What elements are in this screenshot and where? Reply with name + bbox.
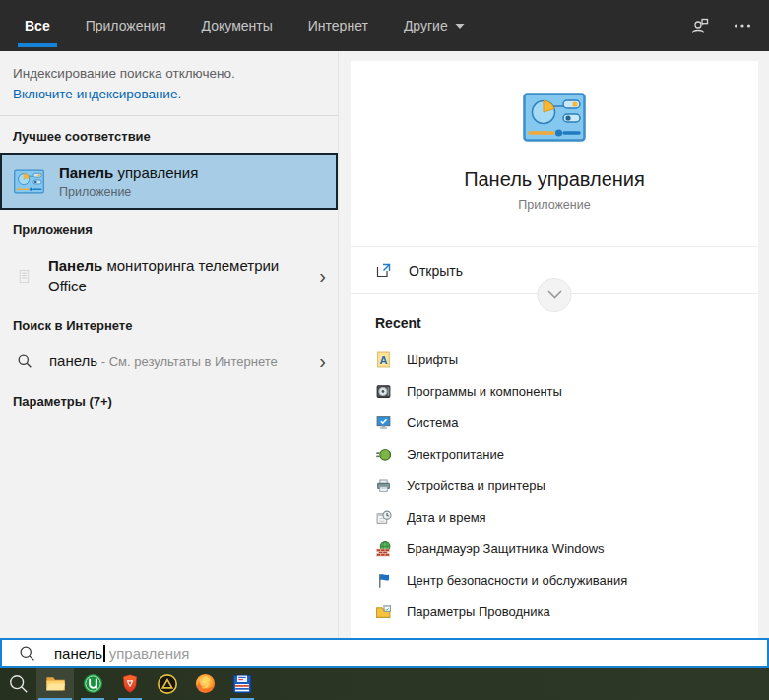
recent-item-fonts[interactable]: A Шрифты bbox=[375, 344, 758, 375]
devices-printers-icon bbox=[375, 477, 392, 494]
taskbar-file-explorer[interactable] bbox=[36, 668, 74, 700]
tab-apps-label: Приложения bbox=[86, 18, 166, 33]
explorer-options-icon bbox=[375, 604, 392, 620]
control-panel-icon-large bbox=[351, 93, 758, 142]
web-result-query: панель bbox=[49, 352, 97, 369]
web-result-text: панель - См. результаты в Интернете bbox=[49, 350, 278, 372]
web-result-hint: - См. результаты в Интернете bbox=[97, 354, 278, 369]
taskbar-utorrent[interactable] bbox=[74, 668, 111, 700]
recent-item-system[interactable]: Система bbox=[375, 407, 758, 438]
preview-app-title: Панель управления bbox=[351, 168, 758, 191]
tab-web[interactable]: Интернет bbox=[301, 0, 375, 51]
floppy-disk-icon bbox=[231, 673, 253, 695]
recent-item-devices-printers[interactable]: Устройства и принтеры bbox=[375, 470, 758, 501]
utorrent-icon bbox=[82, 672, 104, 695]
search-typed-text: панель bbox=[54, 645, 102, 662]
recent-section: Recent A Шрифты bbox=[351, 294, 758, 627]
settings-section-title: Параметры (7+) bbox=[0, 381, 338, 417]
divider-with-expander bbox=[351, 293, 758, 294]
taskbar-floppy-app[interactable] bbox=[224, 668, 261, 700]
ellipsis-menu-icon[interactable] bbox=[734, 23, 751, 29]
preview-hero: Панель управления Приложение bbox=[351, 61, 758, 212]
recent-item-label: Брандмауэр Защитника Windows bbox=[407, 541, 605, 556]
tab-more[interactable]: Другие bbox=[397, 0, 472, 51]
app-result-telemetry-dashboard[interactable]: Панель мониторинга телеметрии Office › bbox=[0, 246, 338, 305]
brave-shield-icon bbox=[119, 672, 141, 695]
recent-title: Recent bbox=[375, 315, 758, 331]
recent-item-label: Устройства и принтеры bbox=[407, 478, 545, 493]
search-inline-suggestion: управления bbox=[109, 645, 190, 662]
taskbar-triangle-app[interactable] bbox=[149, 668, 186, 700]
taskbar-search-button[interactable] bbox=[0, 668, 36, 700]
svg-text:A: A bbox=[379, 353, 387, 365]
expand-chevron-button[interactable] bbox=[538, 278, 572, 312]
best-match-text: Панель управления Приложение bbox=[59, 163, 198, 199]
search-icon bbox=[17, 353, 32, 369]
chevron-down-icon bbox=[455, 23, 465, 30]
search-icon bbox=[19, 645, 35, 662]
preview-card: Панель управления Приложение Открыть bbox=[351, 61, 758, 638]
recent-item-programs[interactable]: Программы и компоненты bbox=[375, 375, 758, 407]
best-match-title: Панель управления bbox=[59, 163, 198, 182]
triangle-badge-icon bbox=[157, 673, 178, 695]
firefox-icon bbox=[194, 672, 217, 695]
enable-indexing-link[interactable]: Включите индексирование. bbox=[13, 84, 324, 104]
search-input[interactable]: панель управления bbox=[0, 638, 769, 668]
tab-web-label: Интернет bbox=[308, 18, 368, 33]
recent-item-label: Электропитание bbox=[407, 447, 504, 462]
results-left-panel: Индексирование поиска отключено. Включит… bbox=[0, 51, 339, 638]
recent-list: A Шрифты bbox=[375, 344, 758, 627]
recent-item-label: Параметры Проводника bbox=[407, 605, 550, 619]
security-flag-icon bbox=[375, 572, 392, 589]
search-results-body: Индексирование поиска отключено. Включит… bbox=[0, 51, 769, 638]
feedback-person-icon[interactable] bbox=[690, 16, 710, 35]
results-preview-panel: Панель управления Приложение Открыть bbox=[339, 51, 769, 638]
chevron-right-icon[interactable]: › bbox=[319, 266, 326, 286]
open-external-icon bbox=[375, 262, 392, 279]
tab-apps[interactable]: Приложения bbox=[79, 0, 173, 51]
indexing-notice-text: Индексирование поиска отключено. bbox=[13, 63, 324, 84]
tab-all-label: Все bbox=[25, 18, 50, 33]
preview-app-type: Приложение bbox=[351, 198, 758, 212]
recent-item-label: Шрифты bbox=[407, 352, 458, 367]
date-time-icon bbox=[375, 509, 392, 526]
search-text: панель управления bbox=[54, 645, 189, 662]
tab-documents-label: Документы bbox=[202, 18, 273, 33]
taskbar-firefox[interactable] bbox=[186, 668, 224, 700]
power-icon bbox=[375, 446, 392, 463]
best-match-result-control-panel[interactable]: Панель управления Приложение bbox=[0, 153, 338, 210]
recent-item-firewall[interactable]: Брандмауэр Защитника Windows bbox=[375, 533, 758, 564]
indexing-notice: Индексирование поиска отключено. Включит… bbox=[0, 51, 338, 115]
best-match-title-rest: управления bbox=[113, 164, 198, 181]
system-icon bbox=[375, 414, 392, 431]
recent-item-security-center[interactable]: Центр безопасности и обслуживания bbox=[375, 564, 758, 596]
web-search-result[interactable]: панель - См. результаты в Интернете › bbox=[0, 342, 338, 381]
apps-section-title: Приложения bbox=[0, 210, 338, 246]
app-result-title: Панель мониторинга телеметрии Office bbox=[48, 255, 285, 296]
recent-item-power[interactable]: Электропитание bbox=[375, 438, 758, 470]
fonts-icon: A bbox=[375, 351, 392, 368]
web-section-title: Поиск в Интернете bbox=[0, 305, 338, 342]
search-header: Все Приложения Документы Интернет Другие bbox=[0, 0, 769, 51]
taskbar bbox=[0, 668, 769, 700]
recent-item-label: Центр безопасности и обслуживания bbox=[407, 573, 627, 588]
best-match-type: Приложение bbox=[59, 185, 198, 199]
document-list-icon bbox=[17, 269, 32, 284]
chevron-right-icon[interactable]: › bbox=[319, 351, 326, 371]
recent-item-explorer-options[interactable]: Параметры Проводника bbox=[375, 596, 758, 627]
app-result-title-bold: Панель bbox=[48, 257, 102, 274]
best-match-section-title: Лучшее соответствие bbox=[0, 116, 338, 153]
search-filter-tabs: Все Приложения Документы Интернет Другие bbox=[18, 0, 493, 51]
recent-item-date-time[interactable]: Дата и время bbox=[375, 501, 758, 533]
programs-icon bbox=[375, 383, 392, 400]
tab-documents[interactable]: Документы bbox=[195, 0, 280, 51]
windows-search-flyout: Все Приложения Документы Интернет Другие bbox=[0, 0, 769, 700]
firewall-icon bbox=[375, 541, 392, 557]
file-explorer-icon bbox=[44, 672, 67, 695]
tab-all[interactable]: Все bbox=[18, 0, 57, 51]
recent-item-label: Программы и компоненты bbox=[407, 384, 562, 399]
tab-more-label: Другие bbox=[404, 18, 448, 33]
text-cursor bbox=[103, 645, 105, 662]
taskbar-brave[interactable] bbox=[111, 668, 149, 700]
open-label: Открыть bbox=[409, 263, 463, 279]
